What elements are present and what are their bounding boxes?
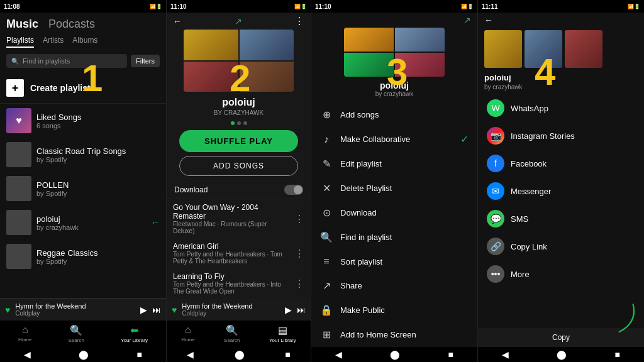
library-tabs: Playlists Artists Albums	[0, 33, 166, 52]
messenger-icon: ✉	[487, 182, 504, 200]
road-trip-thumb	[6, 142, 31, 167]
copy-link-icon: 🔗	[487, 238, 504, 255]
share-sms[interactable]: 💬 SMS	[478, 205, 644, 233]
menu-make-public[interactable]: 🔒 Make Public	[311, 298, 477, 322]
menu-sort-playlist[interactable]: ≡ Sort playlist	[311, 250, 477, 273]
list-item[interactable]: Classic Road Trip Songs by Spotify	[0, 138, 166, 172]
nav-bar-1: ⌂ Home 🔍 Search ⬅ Your Library	[0, 321, 166, 347]
home-icon: ⊞	[320, 329, 333, 341]
menu-find-in-playlist[interactable]: 🔍 Find in playlist	[311, 225, 477, 250]
share-icon[interactable]: ↗	[235, 16, 242, 26]
sys-bar-2: ◀ ⬤ ■	[167, 347, 311, 362]
next-button-2[interactable]: ⏭	[297, 305, 306, 315]
menu-add-songs[interactable]: ⊕ Add songs	[311, 102, 477, 127]
track-options-icon[interactable]: ⋮	[294, 278, 304, 290]
nav-library[interactable]: ⬅ Your Library	[121, 324, 148, 343]
track-item[interactable]: Go Your Own Way - 2004 Remaster Fleetwoo…	[167, 199, 311, 238]
menu-delete-playlist[interactable]: ✕ Delete Playlist	[311, 176, 477, 200]
download-row: Download	[167, 181, 311, 199]
top-share-icon[interactable]: ↗	[464, 15, 471, 25]
tab-albums[interactable]: Albums	[72, 36, 97, 48]
sys-bar-4: ◀ ⬤ ■	[478, 347, 644, 362]
heart-icon-2: ♥	[172, 305, 177, 315]
list-item[interactable]: ♥ Liked Songs 6 songs	[0, 104, 166, 138]
add-songs-button[interactable]: ADD SONGS	[179, 156, 298, 176]
nav-search-2[interactable]: 🔍 Search	[224, 324, 240, 343]
status-bar-4: 11:11 📶🔋	[478, 0, 644, 13]
sys-bar-3: ◀ ⬤ ■	[311, 347, 477, 362]
list-item[interactable]: POLLEN by Spotify	[0, 172, 166, 206]
menu-make-collaborative[interactable]: ♪ Make Collaborative ✓	[311, 127, 477, 151]
back-button[interactable]: ←	[173, 16, 182, 26]
track-options-icon[interactable]: ⋮	[294, 213, 304, 225]
share-copylink[interactable]: 🔗 Copy Link	[478, 233, 644, 260]
step-3-label: 3	[387, 50, 408, 94]
list-item-poloiuj[interactable]: poloiuj by crazyhawk ←	[0, 206, 166, 239]
nav-search[interactable]: 🔍 Search	[69, 324, 84, 343]
plus-icon: +	[6, 79, 24, 97]
list-item[interactable]: Reggae Classics by Spotify	[0, 239, 166, 273]
more-icon: •••	[487, 265, 504, 283]
track-item[interactable]: Learning To Fly Tom Petty and the Heartb…	[167, 268, 311, 299]
download-toggle[interactable]	[284, 185, 303, 195]
copy-button[interactable]: Copy	[552, 333, 570, 342]
search-box[interactable]: 🔍 Find in playlists	[6, 54, 127, 68]
menu-download[interactable]: ⊙ Download	[311, 200, 477, 225]
now-playing-bar-2: ♥ Hymn for the Weekend Coldplay ▶ ⏭	[167, 299, 311, 321]
lock-icon: 🔒	[320, 304, 333, 316]
nav-library-2[interactable]: ▤ Your Library	[269, 324, 296, 343]
step-1-label: 1	[82, 57, 103, 100]
menu-add-homescreen[interactable]: ⊞ Add to Home Screen	[311, 322, 477, 347]
playlist-info: poloiuj by crazyhawk	[36, 214, 79, 231]
p4-name: poloiuj	[478, 72, 644, 84]
share-more[interactable]: ••• More	[478, 260, 644, 288]
status-bar-1: 11:08 📶🔋	[0, 0, 166, 13]
edit-icon: ✎	[320, 158, 333, 170]
filter-button[interactable]: Filters	[131, 55, 160, 67]
nav-home[interactable]: ⌂ Home	[18, 324, 31, 343]
arrow-icon: ←	[151, 217, 160, 228]
share-facebook[interactable]: f Facebook	[478, 150, 644, 177]
sys-bar-1: ◀ ⬤ ■	[0, 347, 166, 362]
status-bar-3: 11:10 📶🔋	[311, 0, 477, 13]
play-button[interactable]: ▶	[140, 305, 147, 315]
more-options-icon[interactable]: ⋮	[294, 15, 304, 27]
reggae-thumb	[6, 244, 31, 269]
share-messenger[interactable]: ✉ Messenger	[478, 177, 644, 205]
share-whatsapp[interactable]: W WhatsApp	[478, 94, 644, 122]
shuffle-play-button[interactable]: SHUFFLE PLAY	[179, 130, 298, 152]
menu-share[interactable]: ↗ Share	[311, 273, 477, 298]
playlist-info: Liked Songs 6 songs	[36, 112, 82, 129]
back-button-4[interactable]: ←	[484, 15, 493, 25]
dots-row	[167, 121, 311, 125]
find-icon: 🔍	[320, 231, 333, 243]
check-icon: ✓	[460, 133, 469, 145]
liked-songs-thumb: ♥	[6, 108, 31, 133]
playlist-info: Reggae Classics by Spotify	[36, 248, 98, 265]
panel-library: 11:08 📶🔋 Music Podcasts Playlists Artist…	[0, 0, 167, 362]
top-nav-2: ← ↗ ⋮	[167, 13, 311, 30]
download-icon: ⊙	[320, 207, 333, 219]
share-instagram[interactable]: 📷 Instagram Stories	[478, 122, 644, 150]
sms-icon: 💬	[487, 210, 504, 228]
track-options-icon[interactable]: ⋮	[294, 248, 304, 260]
panel-share-menu: 11:11 📶🔋 ← poloiuj by crazyhawk W WhatsA…	[478, 0, 644, 362]
menu-edit-playlist[interactable]: ✎ Edit playlist	[311, 151, 477, 176]
playlist-info: POLLEN by Spotify	[36, 180, 69, 197]
heart-icon: ♥	[5, 305, 10, 315]
music-title: Music	[6, 18, 38, 31]
nav-home-2[interactable]: ⌂ Home	[181, 324, 194, 343]
next-button[interactable]: ⏭	[152, 305, 161, 315]
play-button-2[interactable]: ▶	[285, 305, 292, 315]
tab-playlists[interactable]: Playlists	[6, 36, 34, 48]
status-bar-2: 11:10 📶🔋	[167, 0, 311, 13]
whatsapp-icon: W	[487, 99, 504, 117]
library-header: Music Podcasts	[0, 13, 166, 33]
now-playing-bar: ♥ Hymn for the Weekend Coldplay ▶ ⏭	[0, 299, 166, 321]
search-icon: 🔍	[11, 58, 19, 65]
tab-artists[interactable]: Artists	[43, 36, 64, 48]
panel-playlist-menu: 11:10 📶🔋 ↗ poloiuj by crazyhawk ⊕ Add so…	[311, 0, 478, 362]
facebook-icon: f	[487, 155, 504, 172]
track-item[interactable]: American Girl Tom Petty and the Heartbre…	[167, 238, 311, 268]
playlist-by-2: BY CRAZYHAWK	[167, 109, 311, 116]
